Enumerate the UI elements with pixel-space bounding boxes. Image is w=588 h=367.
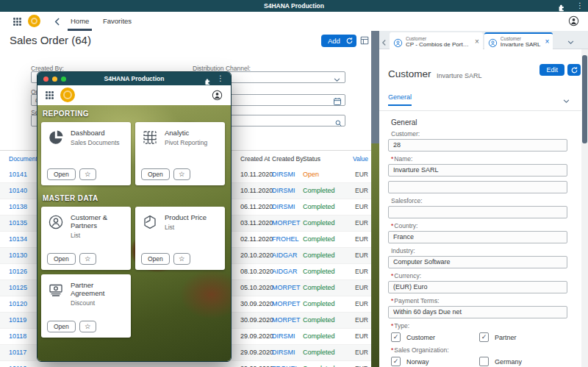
field-value-box[interactable]: France bbox=[388, 231, 567, 243]
field-value-box[interactable]: Within 60 days Due net bbox=[388, 306, 567, 318]
document-link[interactable]: 10116 bbox=[9, 361, 26, 367]
search-icon[interactable] bbox=[334, 117, 343, 126]
checkbox-option[interactable]: ✓Norway bbox=[391, 357, 479, 366]
field-value-box[interactable] bbox=[388, 206, 567, 218]
favorite-star-button[interactable]: ☆ bbox=[79, 168, 96, 180]
field-value-box[interactable]: Invarture SARL bbox=[388, 164, 567, 177]
favorite-star-button[interactable]: ☆ bbox=[79, 253, 96, 265]
column-created-by[interactable]: Created By bbox=[272, 151, 304, 167]
popup-user-avatar-icon[interactable] bbox=[212, 90, 223, 101]
app-tile[interactable]: AnalyticPivot ReportingOpen☆ bbox=[135, 122, 225, 185]
extensions-puzzle-icon[interactable] bbox=[557, 1, 566, 10]
column-status[interactable]: Status bbox=[303, 151, 320, 167]
created-by-link[interactable]: DIRSMI bbox=[272, 199, 295, 215]
app-tile[interactable]: Product PriceListOpen☆ bbox=[135, 207, 225, 270]
checkbox[interactable]: ✓ bbox=[391, 357, 401, 366]
document-link[interactable]: 10141 bbox=[9, 167, 27, 182]
open-button[interactable]: Open bbox=[47, 321, 76, 332]
tab-general[interactable]: General bbox=[388, 93, 412, 106]
tab-scroll-left-icon[interactable] bbox=[381, 36, 388, 43]
created-by-link[interactable]: MORPET bbox=[272, 280, 301, 296]
refresh-button[interactable] bbox=[343, 35, 356, 47]
created-by-link[interactable]: MORPET bbox=[272, 313, 301, 328]
checkbox-option[interactable]: ✓Customer bbox=[391, 332, 479, 342]
open-button[interactable]: Open bbox=[47, 168, 76, 180]
tile-title: Analytic bbox=[165, 129, 207, 137]
checkbox[interactable] bbox=[479, 357, 489, 366]
favorite-star-button[interactable]: ☆ bbox=[79, 321, 96, 332]
app-tile[interactable]: Partner AgreementDiscountOpen☆ bbox=[41, 274, 131, 338]
created-by-link[interactable]: DIRSMI bbox=[272, 167, 295, 182]
popup-app-launcher-grid-icon[interactable] bbox=[46, 91, 54, 99]
document-link[interactable]: 10125 bbox=[9, 280, 27, 296]
calendar-icon[interactable] bbox=[333, 96, 342, 104]
user-avatar-icon[interactable] bbox=[568, 15, 579, 26]
document-link[interactable]: 10135 bbox=[9, 215, 27, 231]
created-by-link[interactable]: AIDGAR bbox=[272, 264, 298, 279]
document-link[interactable]: 10130 bbox=[9, 248, 27, 263]
document-link[interactable]: 10120 bbox=[9, 296, 27, 312]
column-document[interactable]: Document bbox=[9, 151, 37, 167]
document-link[interactable]: 10117 bbox=[9, 345, 26, 360]
list-scrollbar-thumb[interactable] bbox=[371, 31, 379, 143]
person-circle-icon bbox=[488, 38, 498, 47]
checkbox[interactable]: ✓ bbox=[479, 332, 489, 342]
edit-button[interactable]: Edit bbox=[539, 64, 564, 76]
favorite-star-button[interactable]: ☆ bbox=[173, 253, 190, 265]
back-chevron-icon[interactable] bbox=[53, 16, 62, 26]
tab-overflow-chevron-icon[interactable] bbox=[567, 36, 575, 44]
created-by-link[interactable]: DIRSMI bbox=[272, 329, 295, 344]
field-value-box[interactable]: (EUR) Euro bbox=[388, 281, 567, 293]
checkbox-option[interactable]: Germany bbox=[479, 357, 567, 366]
created-by-link[interactable]: FROHEL bbox=[272, 232, 299, 247]
app-tile[interactable]: Customer & PartnersListOpen☆ bbox=[41, 207, 131, 270]
checkbox[interactable]: ✓ bbox=[391, 332, 401, 342]
document-link[interactable]: 10140 bbox=[9, 183, 27, 199]
created-by-link[interactable]: DIRSMI bbox=[272, 345, 295, 360]
field-value-box[interactable] bbox=[388, 181, 567, 193]
field-value-box[interactable]: 28 bbox=[388, 139, 567, 152]
popup-title-bar[interactable]: S4HANA Production ⋮ bbox=[37, 72, 231, 85]
popup-kebab-menu-icon[interactable]: ⋮ bbox=[217, 74, 224, 83]
open-button[interactable]: Open bbox=[141, 253, 170, 265]
customer-tab[interactable]: CustomerCP - Combios de Portugal ...× bbox=[390, 32, 483, 50]
chevron-down-icon[interactable] bbox=[333, 74, 342, 82]
open-button[interactable]: Open bbox=[47, 253, 76, 265]
detail-refresh-button[interactable] bbox=[567, 64, 581, 76]
required-asterisk: * bbox=[391, 346, 393, 354]
document-link[interactable]: 10118 bbox=[9, 329, 26, 344]
export-table-icon[interactable] bbox=[359, 35, 370, 46]
favorite-star-button[interactable]: ☆ bbox=[173, 168, 190, 180]
tab-close-icon[interactable]: × bbox=[475, 38, 479, 46]
created-by-link[interactable]: MORPET bbox=[272, 215, 301, 231]
detail-scrollbar[interactable] bbox=[581, 49, 588, 367]
document-link[interactable]: 10138 bbox=[9, 199, 27, 215]
popup-brand-logo[interactable] bbox=[60, 88, 75, 102]
document-link[interactable]: 10134 bbox=[9, 232, 27, 247]
created-by-link[interactable]: DIRSMI bbox=[272, 183, 295, 199]
nav-tab-home[interactable]: Home bbox=[68, 12, 92, 31]
column-created-at[interactable]: Created At bbox=[240, 151, 270, 167]
nav-tab-favorites[interactable]: Favorites bbox=[100, 12, 135, 29]
popup-extensions-puzzle-icon[interactable] bbox=[204, 75, 212, 83]
tab-close-icon[interactable]: × bbox=[545, 38, 550, 46]
column-value[interactable]: Value bbox=[353, 151, 368, 167]
created-by-link[interactable]: FROHEL bbox=[272, 361, 299, 367]
popup-window-title: S4HANA Production bbox=[37, 72, 231, 85]
detail-scrollbar-thumb[interactable] bbox=[582, 55, 587, 143]
status-cell: Completed bbox=[303, 345, 335, 360]
checkbox-option[interactable]: ✓Partner bbox=[479, 332, 567, 342]
kebab-menu-icon[interactable]: ⋮ bbox=[576, 1, 582, 10]
open-button[interactable]: Open bbox=[141, 168, 170, 180]
document-link[interactable]: 10119 bbox=[9, 313, 26, 328]
created-at-cell: 02.11.2020 bbox=[240, 232, 273, 247]
customer-tab[interactable]: CustomerInvarture SARL× bbox=[484, 32, 553, 50]
created-by-link[interactable]: AIDGAR bbox=[272, 248, 298, 263]
brand-logo[interactable] bbox=[28, 15, 40, 27]
app-launcher-grid-icon[interactable] bbox=[13, 18, 21, 26]
created-by-link[interactable]: MORPET bbox=[272, 296, 301, 312]
section-chevron-down-icon[interactable] bbox=[562, 95, 570, 103]
app-tile[interactable]: DashboardSales DocumentsOpen☆ bbox=[41, 122, 131, 185]
field-value-box[interactable]: Computer Software bbox=[388, 256, 567, 268]
document-link[interactable]: 10126 bbox=[9, 264, 27, 279]
